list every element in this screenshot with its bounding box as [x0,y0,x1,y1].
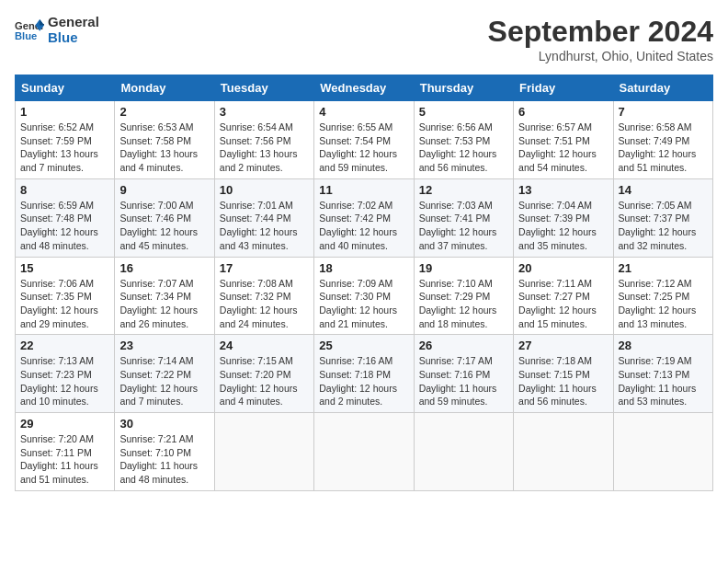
calendar-cell: 1 Sunrise: 6:52 AM Sunset: 7:59 PM Dayli… [16,101,115,179]
calendar-cell: 9 Sunrise: 7:00 AM Sunset: 7:46 PM Dayli… [115,178,214,257]
sunset-label: Sunset: 7:44 PM [220,213,291,224]
daylight-label: Daylight: 12 hours and 13 minutes. [619,304,697,329]
calendar-cell: 25 Sunrise: 7:16 AM Sunset: 7:18 PM Dayl… [314,335,414,413]
sunset-label: Sunset: 7:34 PM [119,291,191,302]
day-number: 13 [518,183,608,197]
calendar-cell: 4 Sunrise: 6:55 AM Sunset: 7:54 PM Dayli… [314,101,414,179]
sunrise-label: Sunrise: 7:15 AM [220,355,293,366]
calendar-cell: 30 Sunrise: 7:21 AM Sunset: 7:10 PM Dayl… [115,413,214,491]
daylight-label: Daylight: 12 hours and 26 minutes. [119,304,198,329]
day-number: 29 [20,417,109,431]
sunset-label: Sunset: 7:53 PM [419,135,491,146]
sunset-label: Sunset: 7:49 PM [619,135,690,146]
sunrise-label: Sunrise: 7:02 AM [319,200,392,211]
sunrise-label: Sunrise: 6:53 AM [119,121,193,132]
col-header-tuesday: Tuesday [214,75,313,101]
day-number: 27 [518,339,608,352]
daylight-label: Daylight: 12 hours and 18 minutes. [419,304,497,329]
calendar-cell: 10 Sunrise: 7:01 AM Sunset: 7:44 PM Dayl… [214,178,313,257]
sunrise-label: Sunrise: 7:19 AM [619,355,692,366]
calendar-cell: 24 Sunrise: 7:15 AM Sunset: 7:20 PM Dayl… [214,335,313,413]
day-info: Sunrise: 7:17 AM Sunset: 7:16 PM Dayligh… [419,354,508,408]
sunset-label: Sunset: 7:39 PM [518,213,590,224]
daylight-label: Daylight: 12 hours and 35 minutes. [518,226,597,251]
calendar-cell [514,413,613,491]
sunrise-label: Sunrise: 7:03 AM [419,200,493,211]
sunset-label: Sunset: 7:46 PM [119,213,191,224]
day-info: Sunrise: 7:03 AM Sunset: 7:41 PM Dayligh… [419,199,508,253]
day-number: 7 [619,105,708,119]
calendar-cell: 27 Sunrise: 7:18 AM Sunset: 7:15 PM Dayl… [514,335,613,413]
day-number: 12 [419,183,508,197]
day-number: 1 [20,105,109,119]
daylight-label: Daylight: 13 hours and 4 minutes. [119,148,198,173]
day-info: Sunrise: 7:18 AM Sunset: 7:15 PM Dayligh… [518,354,608,408]
day-number: 19 [419,261,508,275]
day-info: Sunrise: 7:09 AM Sunset: 7:30 PM Dayligh… [319,277,408,331]
day-number: 6 [518,105,608,119]
sunrise-label: Sunrise: 7:09 AM [319,278,392,289]
day-info: Sunrise: 7:14 AM Sunset: 7:22 PM Dayligh… [119,354,209,408]
logo-text-line1: General [48,15,99,30]
sunset-label: Sunset: 7:23 PM [20,369,92,380]
calendar-cell: 17 Sunrise: 7:08 AM Sunset: 7:32 PM Dayl… [214,257,313,335]
day-info: Sunrise: 7:16 AM Sunset: 7:18 PM Dayligh… [319,354,408,408]
calendar-cell: 16 Sunrise: 7:07 AM Sunset: 7:34 PM Dayl… [115,257,214,335]
day-info: Sunrise: 6:58 AM Sunset: 7:49 PM Dayligh… [619,121,708,175]
calendar-week-4: 22 Sunrise: 7:13 AM Sunset: 7:23 PM Dayl… [16,335,713,413]
col-header-friday: Friday [514,75,613,101]
daylight-label: Daylight: 12 hours and 4 minutes. [220,383,298,408]
calendar-cell: 6 Sunrise: 6:57 AM Sunset: 7:51 PM Dayli… [514,101,613,179]
daylight-label: Daylight: 12 hours and 15 minutes. [518,304,597,329]
day-number: 3 [220,105,309,119]
sunrise-label: Sunrise: 7:16 AM [319,355,392,366]
daylight-label: Daylight: 12 hours and 56 minutes. [419,148,497,173]
day-number: 15 [20,261,109,275]
day-number: 24 [220,339,309,352]
daylight-label: Daylight: 12 hours and 43 minutes. [220,226,298,251]
calendar-header-row: SundayMondayTuesdayWednesdayThursdayFrid… [16,75,713,101]
daylight-label: Daylight: 12 hours and 29 minutes. [20,304,98,329]
daylight-label: Daylight: 12 hours and 48 minutes. [20,226,98,251]
day-info: Sunrise: 7:21 AM Sunset: 7:10 PM Dayligh… [119,432,209,487]
title-block: September 2024 Lyndhurst, Ohio, United S… [488,15,713,63]
calendar-cell: 22 Sunrise: 7:13 AM Sunset: 7:23 PM Dayl… [16,335,115,413]
day-info: Sunrise: 7:02 AM Sunset: 7:42 PM Dayligh… [319,199,408,253]
day-number: 20 [518,261,608,275]
sunrise-label: Sunrise: 7:11 AM [518,278,592,289]
calendar-cell: 3 Sunrise: 6:54 AM Sunset: 7:56 PM Dayli… [214,101,313,179]
day-number: 30 [119,417,209,431]
sunrise-label: Sunrise: 6:56 AM [419,121,493,132]
daylight-label: Daylight: 12 hours and 32 minutes. [619,226,697,251]
calendar-cell: 8 Sunrise: 6:59 AM Sunset: 7:48 PM Dayli… [16,178,115,257]
logo: General Blue General Blue [15,15,99,45]
day-info: Sunrise: 7:20 AM Sunset: 7:11 PM Dayligh… [20,432,109,487]
daylight-label: Daylight: 13 hours and 2 minutes. [220,148,298,173]
sunset-label: Sunset: 7:48 PM [20,213,92,224]
sunrise-label: Sunrise: 7:10 AM [419,278,493,289]
daylight-label: Daylight: 11 hours and 53 minutes. [619,383,697,408]
sunrise-label: Sunrise: 7:07 AM [119,278,193,289]
sunset-label: Sunset: 7:11 PM [20,447,92,458]
day-info: Sunrise: 6:57 AM Sunset: 7:51 PM Dayligh… [518,121,608,175]
day-info: Sunrise: 7:15 AM Sunset: 7:20 PM Dayligh… [220,354,309,408]
page-header: General Blue General Blue September 2024… [15,15,713,63]
location: Lyndhurst, Ohio, United States [488,49,713,63]
sunrise-label: Sunrise: 7:20 AM [20,433,94,444]
sunrise-label: Sunrise: 6:59 AM [20,200,94,211]
sunset-label: Sunset: 7:16 PM [419,369,491,380]
sunset-label: Sunset: 7:30 PM [319,291,391,302]
calendar-cell: 12 Sunrise: 7:03 AM Sunset: 7:41 PM Dayl… [414,178,513,257]
day-info: Sunrise: 7:05 AM Sunset: 7:37 PM Dayligh… [619,199,708,253]
daylight-label: Daylight: 12 hours and 10 minutes. [20,383,98,408]
calendar-week-1: 1 Sunrise: 6:52 AM Sunset: 7:59 PM Dayli… [16,101,713,179]
sunrise-label: Sunrise: 7:21 AM [119,433,193,444]
daylight-label: Daylight: 12 hours and 40 minutes. [319,226,397,251]
day-number: 16 [119,261,209,275]
calendar-cell: 13 Sunrise: 7:04 AM Sunset: 7:39 PM Dayl… [514,178,613,257]
daylight-label: Daylight: 11 hours and 59 minutes. [419,383,497,408]
day-info: Sunrise: 6:55 AM Sunset: 7:54 PM Dayligh… [319,121,408,175]
sunset-label: Sunset: 7:35 PM [20,291,92,302]
day-number: 2 [119,105,209,119]
day-info: Sunrise: 6:59 AM Sunset: 7:48 PM Dayligh… [20,199,109,253]
